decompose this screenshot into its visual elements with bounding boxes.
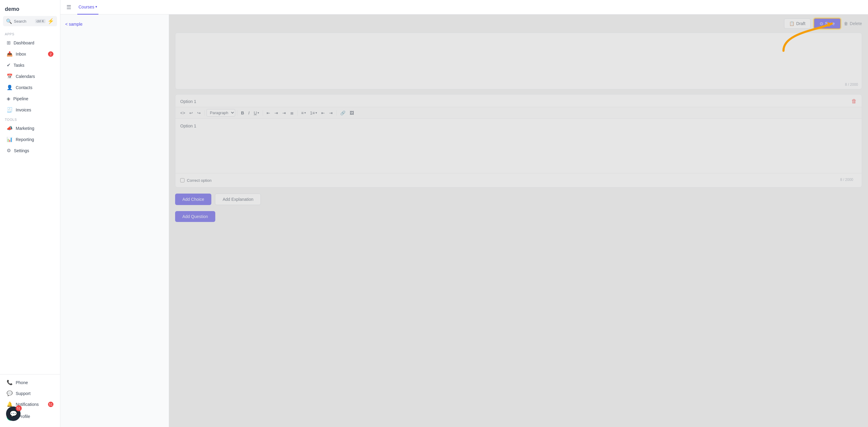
add-choice-button[interactable]: Add Choice <box>175 193 211 205</box>
inbox-icon: 📥 <box>7 51 13 57</box>
sidebar-item-pipeline[interactable]: ◈ Pipeline <box>2 93 58 104</box>
tab-courses[interactable]: Courses ▾ <box>77 0 98 14</box>
settings-icon: ⚙ <box>7 148 11 153</box>
chat-bubble-button[interactable]: 💬 51 <box>6 406 21 421</box>
toolbar-italic-btn[interactable]: I <box>246 109 251 117</box>
add-explanation-button[interactable]: Add Explanation <box>215 193 261 205</box>
chat-widget[interactable]: 💬 51 <box>6 406 21 421</box>
tab-courses-label: Courses <box>79 4 94 9</box>
option-block: Option 1 🗑 <> ↩ ↪ Paragraph Heading 1 He… <box>175 94 862 187</box>
action-row: Add Choice Add Explanation <box>169 192 868 206</box>
content-area: < sample 📋 Draft ⊙ <box>60 14 868 427</box>
tasks-icon: ✔ <box>7 62 10 68</box>
option-footer: Correct option 8 / 2000 <box>176 173 862 187</box>
bolt-button[interactable]: ⚡ <box>48 18 54 25</box>
question-char-count: 8 / 2000 <box>176 81 862 89</box>
left-panel: < sample <box>60 14 169 427</box>
search-icon: 🔍 <box>6 19 12 24</box>
sidebar-item-label: Contacts <box>16 85 32 90</box>
toolbar-undo-btn[interactable]: ↩ <box>187 109 195 117</box>
toolbar-code-btn[interactable]: <> <box>179 109 187 117</box>
pipeline-icon: ◈ <box>7 96 10 101</box>
option-header: Option 1 🗑 <box>176 94 862 107</box>
breadcrumb-back[interactable]: < sample <box>65 22 83 27</box>
marketing-icon: 📣 <box>7 125 13 131</box>
inbox-badge: 2 <box>48 51 54 57</box>
sidebar-item-tasks[interactable]: ✔ Tasks <box>2 60 58 70</box>
toolbar-underline-btn[interactable]: U ▾ <box>252 109 260 117</box>
option-delete-button[interactable]: 🗑 <box>851 98 857 104</box>
toolbar-align-center-btn[interactable]: ⇥ <box>273 109 280 117</box>
draft-label: Draft <box>796 21 805 26</box>
invoices-icon: 🧾 <box>7 107 13 113</box>
sidebar-item-contacts[interactable]: 👤 Contacts <box>2 82 58 93</box>
option-label: Option 1 <box>180 99 196 104</box>
sidebar-item-settings[interactable]: ⚙ Settings <box>2 145 58 156</box>
search-shortcut: ctrl K <box>35 19 45 23</box>
delete-icon: 🗑 <box>844 21 848 26</box>
search-bar[interactable]: 🔍 Search ctrl K ⚡ <box>3 16 57 26</box>
notifications-badge: 51 <box>48 402 54 407</box>
option-content-area[interactable]: Option 1 <box>176 119 862 173</box>
calendars-icon: 📅 <box>7 73 13 79</box>
tools-section-label: Tools <box>0 115 60 123</box>
toolbar-bullet-list-btn[interactable]: ≡ ▾ <box>300 109 308 117</box>
toolbar-image-btn[interactable]: 🖼 <box>348 109 355 117</box>
sidebar-item-calendars[interactable]: 📅 Calendars <box>2 71 58 82</box>
toolbar-divider-2 <box>237 110 237 116</box>
sidebar-item-marketing[interactable]: 📣 Marketing <box>2 123 58 133</box>
sidebar-item-label: Invoices <box>16 108 31 112</box>
save-label: Save <box>825 21 835 26</box>
sidebar-item-support[interactable]: 💬 Support <box>2 388 58 399</box>
editor-header: 📋 Draft ⊙ Save 🗑 Delete <box>169 14 868 33</box>
toolbar-redo-btn[interactable]: ↪ <box>195 109 203 117</box>
option-char-count: 8 / 2000 <box>837 176 857 184</box>
toolbar-justify-btn[interactable]: ≣ <box>288 109 296 117</box>
save-button[interactable]: ⊙ Save <box>814 18 841 29</box>
correct-option-label[interactable]: Correct option <box>180 178 212 183</box>
draft-button[interactable]: 📋 Draft <box>784 19 810 29</box>
correct-option-checkbox[interactable] <box>180 178 184 182</box>
add-question-button[interactable]: Add Question <box>175 211 215 222</box>
question-content-area[interactable] <box>176 33 862 81</box>
chat-badge: 51 <box>16 405 22 411</box>
toolbar-bold-btn[interactable]: B <box>239 109 246 117</box>
toolbar-align-left-btn[interactable]: ⇤ <box>265 109 272 117</box>
sidebar-item-label: Tasks <box>13 63 25 68</box>
toolbar-align-right-btn[interactable]: ⇥ <box>280 109 288 117</box>
toolbar-indent-increase-btn[interactable]: ⇥ <box>327 109 335 117</box>
sidebar-item-phone[interactable]: 📞 Phone <box>2 377 58 388</box>
chat-icon: 💬 <box>10 410 17 417</box>
contacts-icon: 👤 <box>7 85 13 90</box>
delete-button[interactable]: 🗑 Delete <box>844 21 862 26</box>
toolbar-divider-5 <box>336 110 337 116</box>
sidebar-item-label: Calendars <box>16 74 35 79</box>
sidebar-item-label: Dashboard <box>13 40 34 45</box>
save-icon: ⊙ <box>820 21 823 26</box>
sidebar-item-label: Support <box>16 391 30 396</box>
sidebar-item-reporting[interactable]: 📊 Reporting <box>2 134 58 145</box>
draft-icon: 📋 <box>789 21 794 26</box>
sidebar-item-label: Inbox <box>16 52 26 57</box>
sidebar-item-label: Pipeline <box>13 96 28 101</box>
sidebar: demo 🔍 Search ctrl K ⚡ Apps ⊞ Dashboard … <box>0 0 60 427</box>
delete-label: Delete <box>850 21 862 26</box>
top-nav: ☰ Courses ▾ <box>60 0 868 14</box>
toolbar-link-btn[interactable]: 🔗 <box>338 109 347 117</box>
main-area: ☰ Courses ▾ < sample <box>60 0 868 427</box>
dashboard-icon: ⊞ <box>7 40 10 45</box>
menu-button[interactable]: ☰ <box>66 4 71 10</box>
sidebar-item-invoices[interactable]: 🧾 Invoices <box>2 104 58 115</box>
toolbar-indent-decrease-btn[interactable]: ⇤ <box>319 109 327 117</box>
sidebar-item-label: Phone <box>16 380 28 385</box>
sidebar-item-label: Settings <box>14 148 29 153</box>
toolbar-numbered-list-btn[interactable]: 1≡ ▾ <box>308 109 319 117</box>
sidebar-item-dashboard[interactable]: ⊞ Dashboard <box>2 37 58 48</box>
style-select[interactable]: Paragraph Heading 1 Heading 2 Heading 3 <box>207 109 235 117</box>
option-content-text: Option 1 <box>180 123 196 128</box>
breadcrumb: < sample <box>60 19 169 31</box>
sidebar-item-inbox[interactable]: 📥 Inbox 2 <box>2 49 58 59</box>
reporting-icon: 📊 <box>7 136 13 142</box>
question-editor-block: 8 / 2000 <box>175 33 862 89</box>
editor-panel: 📋 Draft ⊙ Save 🗑 Delete 8 / 2000 <box>169 14 868 427</box>
